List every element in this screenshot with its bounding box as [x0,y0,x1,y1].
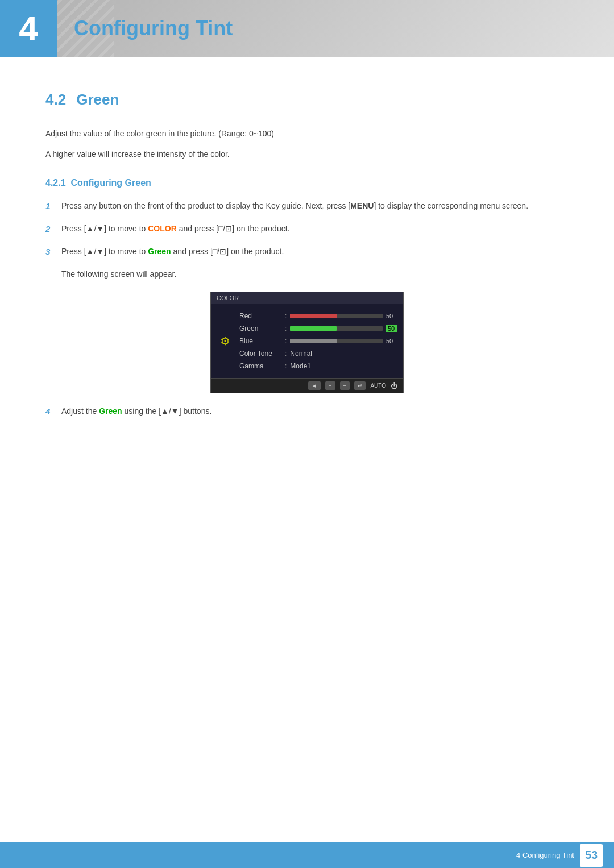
color-row-gamma: Gamma : Mode1 [239,360,397,372]
subsection-title: Configuring Green [70,178,151,188]
color-row-green: Green : 50 [239,322,397,335]
section-heading: 4.2Green [45,91,569,113]
step-1-content: Press any button on the front of the pro… [61,200,569,212]
step-4: 4 Adjust the Green using the [▲/▼] butto… [45,405,569,418]
steps-list: 1 Press any button on the front of the p… [45,200,569,418]
footer-page-number: 53 [580,844,603,867]
color-menu-panel: COLOR ⚙ Red : 50 [210,292,404,393]
bar-track-green [290,326,383,331]
color-row-tone: Color Tone : Normal [239,347,397,360]
main-content: 4.2Green Adjust the value of the color g… [0,80,614,473]
bar-track-red [290,314,383,318]
footer-btn-auto: AUTO [370,383,386,389]
keyword-green-step4: Green [99,406,122,416]
chapter-number: 4 [0,0,57,57]
bar-value-green: 50 [386,325,397,332]
chapter-title: Configuring Tint [57,0,233,57]
color-label-red: Red [239,312,285,320]
color-row-blue: Blue : 50 [239,335,397,347]
color-menu-items: Red : 50 Green : [239,310,403,372]
step-3-note: The following screen will appear. [61,268,569,280]
keyword-menu: MENU [350,201,374,210]
step-1-number: 1 [45,200,61,213]
chapter-header: 4 Configuring Tint [0,0,614,57]
footer-btn-minus: − [325,381,335,390]
color-menu-title: COLOR [211,292,403,304]
section-number: 4.2 [45,91,66,108]
body-text-1: Adjust the value of the color green in t… [45,127,569,140]
bar-fill-blue [290,339,336,343]
keyword-color: COLOR [148,224,177,233]
step-2: 2 Press [▲/▼] to move to COLOR and press… [45,222,569,236]
monitor-image: COLOR ⚙ Red : 50 [45,292,569,393]
bar-fill-green [290,326,336,331]
color-menu-icon: ⚙ [211,310,239,372]
step-4-number: 4 [45,405,61,418]
step-4-content: Adjust the Green using the [▲/▼] buttons… [61,405,569,417]
footer-chapter-text: 4 Configuring Tint [516,851,574,859]
subsection-heading: 4.2.1 Configuring Green [45,178,569,188]
bar-value-red: 50 [386,313,397,319]
body-text-2: A higher value will increase the intensi… [45,148,569,160]
color-label-green: Green [239,325,285,333]
footer-btn-enter: ↵ [354,381,366,390]
bar-fill-red [290,314,336,318]
footer-btn-power: ⏻ [391,382,397,390]
step-3: 3 Press [▲/▼] to move to Green and press… [45,245,569,259]
footer-btn-left: ◄ [308,381,321,390]
color-menu-body: ⚙ Red : 50 [211,304,403,378]
footer-btn-plus: + [340,381,350,390]
bar-track-blue [290,339,383,343]
color-menu-footer: ◄ − + ↵ AUTO ⏻ [211,378,403,393]
step-3-content: Press [▲/▼] to move to Green and press [… [61,245,569,258]
color-value-gamma: Mode1 [290,362,311,370]
color-label-gamma: Gamma [239,362,285,370]
step-1: 1 Press any button on the front of the p… [45,200,569,213]
color-label-blue: Blue [239,337,285,345]
subsection-number: 4.2.1 [45,178,66,188]
color-row-red: Red : 50 [239,310,397,322]
bar-container-green: 50 [290,325,397,332]
step-3-number: 3 [45,245,61,259]
color-label-tone: Color Tone [239,350,285,358]
keyword-green-step3: Green [148,247,171,256]
section-title: Green [76,91,119,108]
bar-container-red: 50 [290,313,397,319]
color-value-tone: Normal [290,350,312,358]
page-footer: 4 Configuring Tint 53 [0,842,614,868]
bar-container-blue: 50 [290,338,397,344]
bar-value-blue: 50 [386,338,397,344]
step-2-content: Press [▲/▼] to move to COLOR and press [… [61,222,569,235]
step-2-number: 2 [45,222,61,236]
